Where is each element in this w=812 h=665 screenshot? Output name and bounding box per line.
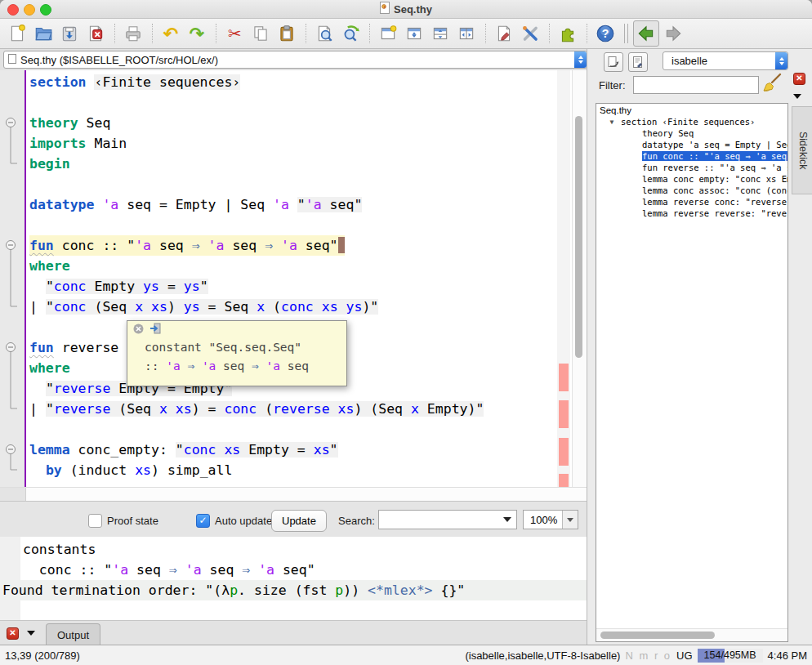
buffer-flags: UG: [676, 649, 693, 662]
caret-position: 13,39 (200/789): [5, 649, 465, 662]
output-search-combobox[interactable]: [378, 510, 517, 529]
code-line[interactable]: lemma conc_empty: "conc xs Empty = xs": [29, 440, 557, 460]
code-line[interactable]: theory Seq: [29, 113, 557, 133]
sidekick-autoparse-button[interactable]: [628, 52, 648, 72]
output-line: Found termination order: "(λp. size (fst…: [0, 580, 587, 600]
scrollbar-thumb[interactable]: [575, 116, 582, 358]
code-line[interactable]: "conc Empty ys = ys": [29, 276, 557, 297]
code-line[interactable]: [29, 174, 557, 194]
tab-sidekick[interactable]: Sidekick: [792, 106, 812, 194]
split-vertical-icon[interactable]: [454, 21, 479, 46]
error-overview-column[interactable]: [557, 70, 570, 487]
tree-item[interactable]: lemma reverse_conc: "reverse (conc xs y: [596, 196, 787, 208]
tooltip-close-icon[interactable]: [133, 323, 144, 337]
code-line[interactable]: [29, 419, 557, 440]
redo-icon[interactable]: ↷: [185, 21, 209, 46]
open-file-icon[interactable]: [31, 21, 56, 46]
overview-mark[interactable]: [559, 400, 569, 428]
new-file-icon[interactable]: [5, 21, 29, 46]
update-button[interactable]: Update: [271, 510, 327, 532]
buffer-icon: [8, 54, 16, 66]
sidekick-panel: isabelle Filter: ✕ Seq.thy▼section ‹Fini…: [587, 49, 812, 645]
tree-item[interactable]: lemma conc_empty: "conc xs Empty = xs": [596, 173, 787, 185]
split-horizontal-icon[interactable]: [428, 21, 453, 46]
tooltip-detach-icon[interactable]: [149, 323, 161, 337]
nav-forward-icon[interactable]: [661, 21, 685, 46]
code-line[interactable]: where: [29, 256, 557, 276]
tree-item[interactable]: theory Seq: [596, 127, 787, 139]
close-sidekick-icon[interactable]: ✕: [793, 73, 805, 85]
tree-horizontal-scrollbar[interactable]: [596, 628, 787, 641]
svg-text:↷: ↷: [190, 24, 205, 43]
new-view-icon[interactable]: [376, 21, 400, 46]
undo-icon[interactable]: ↶: [158, 21, 183, 46]
tree-item[interactable]: Seq.thy: [596, 105, 787, 116]
tree-item[interactable]: lemma reverse_reverse: "reverse (revers: [596, 208, 787, 219]
editor-horizontal-scrollbar[interactable]: [0, 487, 587, 502]
parser-spinner-icon[interactable]: [775, 52, 787, 69]
toolbar-separator: [369, 24, 371, 43]
copy-icon[interactable]: [248, 21, 273, 46]
toolbar-separator: [624, 24, 628, 43]
code-line[interactable]: section ‹Finite sequences›: [29, 72, 557, 92]
save-file-icon[interactable]: [57, 21, 82, 46]
editor-vertical-scrollbar[interactable]: [572, 70, 586, 487]
code-line[interactable]: datatype 'a seq = Empty | Seq 'a "'a seq…: [29, 194, 557, 215]
toolbar-separator: [485, 24, 487, 43]
plugin-manager-icon[interactable]: [555, 21, 580, 46]
search-again-icon[interactable]: [338, 21, 363, 46]
tree-item[interactable]: datatype 'a seq = Empty | Seq 'a "'a se: [596, 139, 787, 150]
buffer-spinner-icon[interactable]: [574, 51, 587, 68]
nav-back-icon[interactable]: [633, 20, 659, 47]
overview-mark[interactable]: [559, 364, 569, 391]
global-options-icon[interactable]: [518, 21, 542, 46]
tab-output[interactable]: Output: [46, 623, 100, 646]
unsplit-icon[interactable]: [402, 21, 426, 46]
code-line[interactable]: [29, 215, 557, 235]
sidekick-parse-button[interactable]: [604, 52, 623, 72]
code-line[interactable]: | "reverse (Seq x xs) = conc (reverse xs…: [29, 399, 557, 419]
cut-icon[interactable]: ✂: [222, 21, 247, 46]
parser-value: isabelle: [671, 55, 775, 67]
code-line[interactable]: begin: [29, 154, 557, 174]
code-line[interactable]: [29, 92, 557, 113]
close-buffer-icon[interactable]: [83, 21, 108, 46]
tree-item[interactable]: ▼section ‹Finite sequences›: [596, 116, 787, 127]
search-icon[interactable]: [312, 21, 337, 46]
clear-filter-icon[interactable]: [761, 73, 782, 97]
tree-item[interactable]: fun conc :: "'a seq ⇒ 'a seq ⇒ 'a se: [596, 150, 787, 162]
auto-update-checkbox[interactable]: ✓: [196, 514, 210, 528]
filter-input[interactable]: [633, 76, 759, 94]
sidekick-parser-select[interactable]: isabelle: [663, 51, 788, 70]
editor-pane[interactable]: section ‹Finite sequences› theory Seqimp…: [0, 70, 587, 487]
close-dock-icon[interactable]: ✕: [7, 627, 19, 640]
status-bar: 13,39 (200/789) (isabelle,isabelle,UTF-8…: [0, 645, 812, 665]
sidekick-tree: Seq.thy▼section ‹Finite sequences›theory…: [596, 103, 788, 642]
memory-indicator[interactable]: 154/495MB: [698, 649, 763, 663]
buffer-switcher[interactable]: Seq.thy ($ISABELLE_ROOT/src/HOL/ex/): [3, 51, 587, 69]
sidekick-menu-icon[interactable]: [793, 94, 801, 99]
code-line[interactable]: fun conc :: "'a seq ⇒ 'a seq ⇒ 'a seq": [29, 235, 557, 256]
print-icon[interactable]: [121, 21, 145, 46]
zoom-select[interactable]: 100%: [523, 510, 578, 529]
clock: 4:46 PM: [768, 649, 807, 662]
tree-item[interactable]: fun reverse :: "'a seq ⇒ 'a seq": [596, 162, 787, 173]
output-panel: constants conc :: "'a seq ⇒ 'a seq ⇒ 'a …: [0, 537, 587, 620]
overview-mark[interactable]: [559, 438, 569, 466]
code-line[interactable]: by (induct xs) simp_all: [29, 460, 557, 480]
svg-text:?: ?: [602, 27, 609, 40]
dock-menu-icon[interactable]: [27, 631, 35, 636]
code-line[interactable]: imports Main: [29, 133, 557, 154]
toolbar-separator: [306, 24, 307, 43]
buffer-options-icon[interactable]: [492, 21, 516, 46]
scrollbar-thumb[interactable]: [600, 632, 715, 639]
paste-icon[interactable]: [274, 21, 299, 46]
expander-icon[interactable]: ▼: [603, 118, 621, 126]
tree-item[interactable]: lemma conc_assoc: "conc (conc xs ys) zs: [596, 185, 787, 196]
editor-gutter[interactable]: [0, 70, 26, 487]
proof-state-checkbox[interactable]: [88, 514, 102, 528]
help-icon[interactable]: ?: [593, 21, 618, 46]
window-title: Seq.thy: [394, 3, 432, 16]
code-line[interactable]: | "conc (Seq x xs) ys = Seq x (conc xs y…: [29, 297, 557, 317]
editor-text[interactable]: section ‹Finite sequences› theory Seqimp…: [26, 70, 557, 487]
